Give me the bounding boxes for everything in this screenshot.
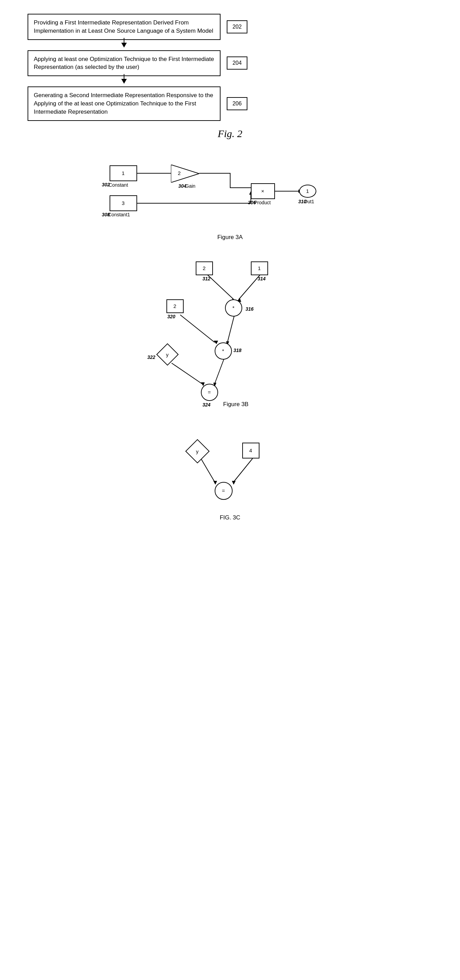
- flow-box-204: Applying at least one Optimization Techn…: [27, 50, 221, 76]
- label-gain: Gain: [185, 183, 196, 189]
- flow-label-206: 206: [227, 97, 247, 110]
- fig3c-title: FIG. 3C: [27, 514, 433, 521]
- ref-322: 322: [148, 355, 155, 360]
- ref-318: 318: [234, 348, 242, 353]
- label-out1: Out1: [304, 199, 314, 204]
- fig2-title: Fig. 2: [27, 128, 433, 140]
- svg-marker-6: [171, 165, 199, 183]
- fig3b-canvas: 2 312 1 314 * 316 2 320 * 318 y 322 =: [127, 255, 334, 420]
- label-product: Product: [254, 200, 271, 205]
- svg-marker-21: [213, 481, 217, 485]
- gain-block: 2: [171, 165, 199, 184]
- flow-box-202-text: Providing a First Intermediate Represent…: [27, 14, 221, 40]
- out1-block: 1: [299, 185, 316, 198]
- fig3a-arrows: [92, 150, 368, 229]
- node-320: 2: [166, 299, 184, 313]
- fig3c-arrows: [161, 434, 299, 509]
- arrow-1: [27, 43, 221, 48]
- svg-line-18: [215, 356, 225, 384]
- svg-line-20: [201, 458, 215, 482]
- svg-text:2: 2: [178, 170, 181, 176]
- constant1-block: 3: [110, 195, 137, 211]
- flow-box-206: Generating a Second Intermediate Represe…: [27, 86, 221, 121]
- flow-box-202: Providing a First Intermediate Represent…: [27, 14, 221, 40]
- ref-320: 320: [167, 314, 175, 319]
- svg-marker-23: [232, 481, 236, 485]
- node-322: y: [156, 343, 178, 366]
- flow-label-202: 202: [227, 20, 247, 33]
- ref-314: 314: [258, 276, 266, 282]
- product-block: ×: [251, 183, 275, 199]
- svg-line-12: [180, 315, 215, 342]
- arrow-down-icon-2: [121, 79, 127, 84]
- label-constant: Constant: [109, 182, 128, 188]
- fig3b-section: 2 312 1 314 * 316 2 320 * 318 y 322 =: [27, 255, 433, 420]
- node-324: =: [201, 384, 218, 401]
- fig3b-label: Figure 3B: [223, 401, 249, 408]
- ref-316: 316: [246, 306, 254, 312]
- svg-marker-13: [213, 340, 218, 344]
- node-318: *: [215, 342, 232, 360]
- node-312: 2: [196, 261, 213, 275]
- fig3a-canvas: 1 302 Constant 2 304 Gain × 306 Product …: [92, 150, 368, 229]
- ref-312: 312: [203, 276, 210, 282]
- svg-line-16: [172, 363, 202, 384]
- fig2-section: Providing a First Intermediate Represent…: [27, 14, 433, 140]
- arrow-down-icon-1: [121, 43, 127, 48]
- fig3a-section: 1 302 Constant 2 304 Gain × 306 Product …: [27, 150, 433, 241]
- node-y-3c: y: [185, 439, 210, 463]
- node-4-3c: 4: [242, 443, 259, 458]
- node-eq-3c: =: [215, 482, 232, 500]
- flow-label-204: 204: [227, 56, 247, 70]
- flow-box-206-text: Generating a Second Intermediate Represe…: [27, 86, 221, 121]
- ref-324: 324: [203, 402, 210, 407]
- flow-box-204-text: Applying at least one Optimization Techn…: [27, 50, 221, 76]
- fig3c-section: y 4 = FIG. 3C: [27, 434, 433, 521]
- arrow-2: [27, 79, 221, 84]
- node-314: 1: [251, 261, 268, 275]
- fig3a-title: Figure 3A: [27, 234, 433, 241]
- fig3c-canvas: y 4 =: [161, 434, 299, 509]
- constant-block: 1: [110, 165, 137, 181]
- gain-triangle-svg: 2: [171, 165, 199, 183]
- svg-line-22: [234, 458, 253, 482]
- label-constant1: Constant1: [108, 212, 130, 217]
- node-316: *: [225, 299, 242, 317]
- fig3b-arrows: [127, 255, 334, 420]
